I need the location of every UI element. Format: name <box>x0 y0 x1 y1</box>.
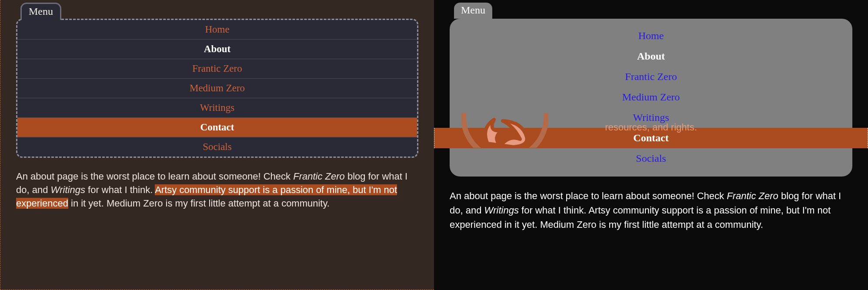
nav-item-writings[interactable]: Writings <box>450 107 852 128</box>
nav-item-medium-zero[interactable]: Medium Zero <box>450 87 852 107</box>
nav-item-socials[interactable]: Socials <box>17 137 417 157</box>
nav-menu: Home About Frantic Zero Medium Zero Writ… <box>16 19 418 158</box>
nav-item-socials[interactable]: Socials <box>450 148 852 169</box>
right-panel: Menu Home About Frantic Zero Medium Zero… <box>434 0 868 290</box>
nav-item-medium-zero[interactable]: Medium Zero <box>17 78 417 98</box>
nav-item-contact[interactable]: Contact <box>17 117 417 137</box>
text-fragment: An about page is the worst place to lear… <box>16 171 293 182</box>
nav-item-contact[interactable]: resources, and rights. Contact <box>434 128 868 148</box>
nav-menu: Home About Frantic Zero Medium Zero Writ… <box>450 19 852 177</box>
about-paragraph: An about page is the worst place to lear… <box>16 170 418 210</box>
menu-tab[interactable]: Menu <box>454 3 492 19</box>
nav-item-frantic-zero[interactable]: Frantic Zero <box>450 67 852 87</box>
nav-item-home[interactable]: Home <box>17 20 417 39</box>
nav-item-about[interactable]: About <box>17 39 417 59</box>
nav-item-writings[interactable]: Writings <box>17 98 417 117</box>
nav-item-home[interactable]: Home <box>450 26 852 46</box>
italic-writings: Writings <box>484 205 519 216</box>
nav-item-frantic-zero[interactable]: Frantic Zero <box>17 59 417 78</box>
menu-tab[interactable]: Menu <box>20 3 61 20</box>
italic-frantic-zero: Frantic Zero <box>293 171 345 182</box>
nav-item-label: Contact <box>633 132 668 143</box>
text-fragment: in it yet. Medium Zero is my first littl… <box>68 198 330 209</box>
text-fragment: for what I think. <box>85 184 155 195</box>
text-fragment: An about page is the worst place to lear… <box>450 190 727 201</box>
left-panel: Menu Home About Frantic Zero Medium Zero… <box>0 0 434 290</box>
italic-writings: Writings <box>51 184 85 195</box>
nav-item-about[interactable]: About <box>450 46 852 67</box>
italic-frantic-zero: Frantic Zero <box>727 190 778 201</box>
about-paragraph: An about page is the worst place to lear… <box>450 189 852 232</box>
